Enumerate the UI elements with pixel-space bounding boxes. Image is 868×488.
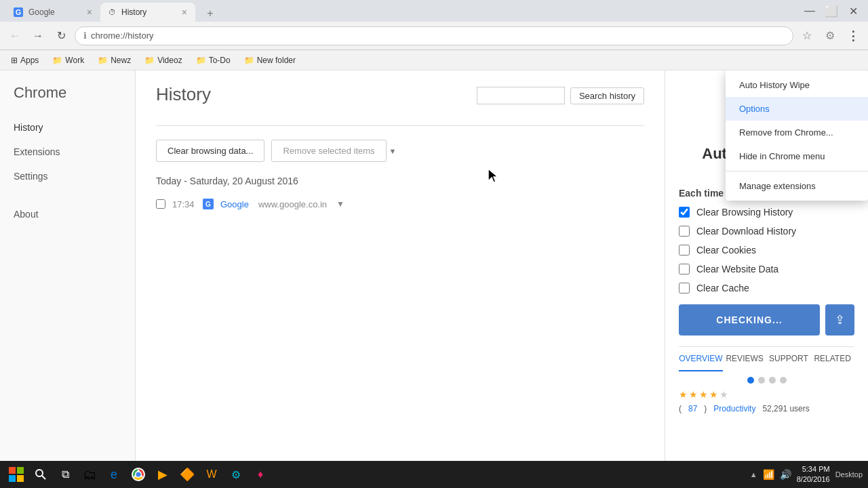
taskbar: ⧉ 🗂 e ▶ 🔶 W ⚙ ♦ ▲ 📶 🔊 5:34 PM 8/20/2016 … xyxy=(0,461,868,488)
checkbox-browsing-history-input[interactable] xyxy=(679,207,690,218)
history-item-google: 17:34 G Google www.google.co.in ▼ xyxy=(156,195,644,214)
checking-button[interactable]: CHECKING... xyxy=(679,304,820,336)
close-button[interactable]: ✕ xyxy=(844,1,863,20)
taskbar-right-area: ▲ 📶 🔊 5:34 PM 8/20/2016 Desktop xyxy=(750,464,863,485)
bookmark-todo[interactable]: 📁 To-Do xyxy=(191,54,236,67)
checkbox-clear-cookies: Clear Cookies xyxy=(679,245,854,256)
svg-point-17 xyxy=(136,472,141,477)
chrome-menu-button[interactable]: ⋮ xyxy=(844,26,863,45)
dot-4[interactable] xyxy=(780,377,787,384)
sidebar-item-extensions[interactable]: Extensions xyxy=(0,140,135,164)
apps-icon: ⊞ xyxy=(11,56,18,65)
tab-history[interactable]: ⏱ History × xyxy=(100,3,195,22)
remove-selected-button[interactable]: Remove selected items xyxy=(271,140,386,162)
dropdown-manage-extensions[interactable]: Manage extensions xyxy=(726,174,868,198)
svg-point-13 xyxy=(36,470,43,476)
checkbox-website-data-input[interactable] xyxy=(679,264,690,274)
taskbar-app6[interactable]: ⚙ xyxy=(225,464,247,485)
dropdown-auto-history-wipe[interactable]: Auto History Wipe xyxy=(726,73,868,97)
svg-rect-12 xyxy=(17,475,24,482)
review-paren: ) xyxy=(704,404,707,413)
bookmark-star[interactable]: ☆ xyxy=(797,26,816,45)
newz-folder-icon: 📁 xyxy=(98,56,108,65)
review-link[interactable]: 87 xyxy=(688,404,697,413)
main-content: History Search history Clear browsing da… xyxy=(136,70,665,488)
maximize-button[interactable]: ⬜ xyxy=(822,1,841,20)
taskbar-date: 8/20/2016 xyxy=(797,474,830,485)
history-item-expand[interactable]: ▼ xyxy=(336,199,344,209)
ext-tab-reviews[interactable]: REVIEWS xyxy=(723,347,767,371)
ext-tab-support[interactable]: SUPPORT xyxy=(767,347,811,371)
clear-browsing-data-button[interactable]: Clear browsing data... xyxy=(156,140,264,162)
page-title: History xyxy=(156,84,211,105)
history-item-url: www.google.co.in xyxy=(258,199,327,209)
new-tab-button[interactable]: + xyxy=(198,5,222,22)
bookmark-work[interactable]: 📁 Work xyxy=(47,54,90,67)
star-5: ★ xyxy=(719,389,728,400)
sidebar-brand: Chrome xyxy=(0,84,135,115)
reload-button[interactable]: ↻ xyxy=(52,26,71,45)
share-button[interactable]: ⇪ xyxy=(825,304,854,336)
title-bar: G Google × ⏱ History × + — ⬜ ✕ xyxy=(0,0,868,22)
action-bar: Clear browsing data... Remove selected i… xyxy=(156,140,644,162)
google-favicon: G xyxy=(14,7,23,17)
star-2: ★ xyxy=(689,389,698,400)
svg-rect-9 xyxy=(9,467,16,474)
bookmark-videoz[interactable]: 📁 Videoz xyxy=(139,54,187,67)
taskbar-show-desktop[interactable]: Desktop xyxy=(835,470,863,479)
taskbar-chrome[interactable] xyxy=(127,464,149,485)
bookmark-apps[interactable]: ⊞ Apps xyxy=(5,54,44,67)
taskbar-app7[interactable]: ♦ xyxy=(250,464,271,485)
forward-button[interactable]: → xyxy=(28,26,47,45)
taskbar-app5[interactable]: W xyxy=(201,464,222,485)
sidebar-item-settings[interactable]: Settings xyxy=(0,164,135,188)
dropdown-options[interactable]: Options xyxy=(726,97,868,121)
sidebar-item-about[interactable]: About xyxy=(0,202,135,226)
tab-google-label: Google xyxy=(28,7,55,17)
taskbar-vlc[interactable]: 🔶 xyxy=(176,464,198,485)
dot-3[interactable] xyxy=(769,377,776,384)
dot-2[interactable] xyxy=(758,377,765,384)
remove-dropdown-arrow[interactable]: ▼ xyxy=(389,147,397,155)
svg-rect-11 xyxy=(9,475,16,482)
address-input[interactable] xyxy=(91,30,785,41)
taskbar-edge[interactable]: e xyxy=(103,464,125,485)
address-bar-container[interactable]: ℹ xyxy=(75,26,793,45)
minimize-button[interactable]: — xyxy=(800,1,819,20)
dot-1[interactable] xyxy=(747,377,754,384)
extension-icon[interactable]: ⚙ xyxy=(821,26,840,45)
extension-tabs: OVERVIEW REVIEWS SUPPORT RELATED xyxy=(679,346,854,371)
dropdown-remove-from-chrome[interactable]: Remove from Chrome... xyxy=(726,121,868,144)
bookmark-newz[interactable]: 📁 Newz xyxy=(92,54,136,67)
extension-button-row: CHECKING... ⇪ xyxy=(679,304,854,336)
checkbox-cookies-input[interactable] xyxy=(679,245,690,256)
star-3: ★ xyxy=(699,389,708,400)
taskbar-search-button[interactable] xyxy=(30,464,52,485)
tab-history-label: History xyxy=(121,7,146,17)
window-controls: — ⬜ ✕ xyxy=(800,1,863,20)
bookmark-new-folder[interactable]: 📁 New folder xyxy=(239,54,301,67)
taskbar-task-view[interactable]: ⧉ xyxy=(54,464,76,485)
category-link[interactable]: Productivity xyxy=(713,404,755,413)
start-button[interactable] xyxy=(5,464,27,485)
history-item-checkbox[interactable] xyxy=(156,199,165,209)
checkbox-download-history-input[interactable] xyxy=(679,226,690,237)
back-button[interactable]: ← xyxy=(5,26,24,45)
tab-history-close[interactable]: × xyxy=(182,7,187,18)
tab-google-close[interactable]: × xyxy=(87,7,92,18)
ext-tab-related[interactable]: RELATED xyxy=(810,347,854,371)
history-search-input[interactable] xyxy=(477,87,565,104)
sidebar-item-history[interactable]: History xyxy=(0,115,135,140)
search-history-button[interactable]: Search history xyxy=(570,87,644,104)
taskbar-media-player[interactable]: ▶ xyxy=(152,464,174,485)
taskbar-file-explorer[interactable]: 🗂 xyxy=(79,464,100,485)
tab-google[interactable]: G Google × xyxy=(5,3,100,22)
new-folder-icon: 📁 xyxy=(244,56,254,65)
ext-tab-overview[interactable]: OVERVIEW xyxy=(679,347,723,371)
history-item-link[interactable]: Google xyxy=(220,199,249,209)
dropdown-hide-in-chrome-menu[interactable]: Hide in Chrome menu xyxy=(726,144,868,168)
taskbar-clock[interactable]: 5:34 PM 8/20/2016 xyxy=(797,464,830,485)
checkbox-cache-input[interactable] xyxy=(679,283,690,293)
svg-line-14 xyxy=(42,476,45,479)
page-divider xyxy=(156,125,644,126)
